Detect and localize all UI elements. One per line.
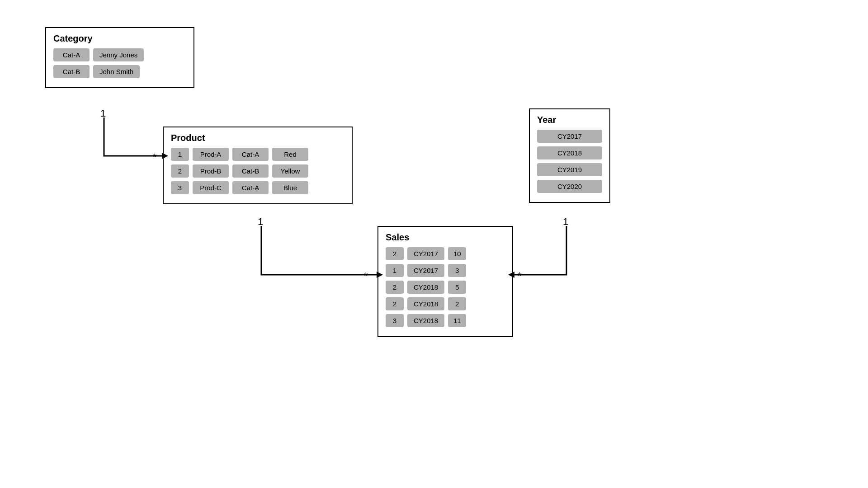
- prod-cat-b: Cat-B: [232, 164, 269, 178]
- year-sales-many-label: *: [518, 270, 522, 282]
- prod-cat-a: Cat-A: [232, 148, 269, 161]
- s2-val: 3: [448, 264, 466, 277]
- prod-id-1: 1: [171, 148, 189, 161]
- s4-year: CY2018: [407, 297, 444, 310]
- prod-blue: Blue: [272, 181, 308, 194]
- prod-b-cell: Prod-B: [193, 164, 229, 178]
- product-title: Product: [171, 133, 344, 143]
- prod-sales-one-label: 1: [258, 216, 263, 227]
- year-row-2: CY2018: [537, 146, 602, 160]
- prod-c-cell: Prod-C: [193, 181, 229, 194]
- cat-prod-many-label: *: [153, 151, 157, 163]
- sales-row-5: 3 CY2018 11: [386, 314, 505, 327]
- prod-sales-many-label: *: [364, 270, 368, 282]
- sales-row-1: 2 CY2017 10: [386, 247, 505, 260]
- prod-yellow: Yellow: [272, 164, 308, 178]
- prod-a-cell: Prod-A: [193, 148, 229, 161]
- john-smith-cell: John Smith: [93, 65, 140, 78]
- cy2020-cell: CY2020: [537, 180, 602, 193]
- cat-prod-one-label: 1: [100, 108, 106, 119]
- year-title: Year: [537, 115, 602, 125]
- s2-id: 1: [386, 264, 404, 277]
- year-row-1: CY2017: [537, 130, 602, 143]
- prod-id-3: 3: [171, 181, 189, 194]
- sales-title: Sales: [386, 232, 505, 243]
- product-row-1: 1 Prod-A Cat-A Red: [171, 148, 344, 161]
- product-box: Product 1 Prod-A Cat-A Red 2 Prod-B Cat-…: [163, 127, 353, 204]
- cy2017-cell: CY2017: [537, 130, 602, 143]
- jenny-jones-cell: Jenny Jones: [93, 48, 144, 61]
- s1-val: 10: [448, 247, 466, 260]
- category-row-2: Cat-B John Smith: [53, 65, 186, 78]
- s1-year: CY2017: [407, 247, 444, 260]
- cy2018-cell: CY2018: [537, 146, 602, 160]
- category-box: Category Cat-A Jenny Jones Cat-B John Sm…: [45, 27, 194, 88]
- s2-year: CY2017: [407, 264, 444, 277]
- cy2019-cell: CY2019: [537, 163, 602, 176]
- category-row-1: Cat-A Jenny Jones: [53, 48, 186, 61]
- s1-id: 2: [386, 247, 404, 260]
- category-title: Category: [53, 33, 186, 44]
- sales-box: Sales 2 CY2017 10 1 CY2017 3 2 CY2018 5 …: [377, 226, 513, 337]
- s5-id: 3: [386, 314, 404, 327]
- year-sales-one-label: 1: [563, 216, 568, 227]
- cat-b-cell: Cat-B: [53, 65, 90, 78]
- prod-cat-a2: Cat-A: [232, 181, 269, 194]
- prod-red: Red: [272, 148, 308, 161]
- sales-row-2: 1 CY2017 3: [386, 264, 505, 277]
- s3-year: CY2018: [407, 281, 444, 294]
- s4-id: 2: [386, 297, 404, 310]
- product-row-2: 2 Prod-B Cat-B Yellow: [171, 164, 344, 178]
- year-row-4: CY2020: [537, 180, 602, 193]
- product-row-3: 3 Prod-C Cat-A Blue: [171, 181, 344, 194]
- s3-val: 5: [448, 281, 466, 294]
- cat-a-cell: Cat-A: [53, 48, 90, 61]
- year-row-3: CY2019: [537, 163, 602, 176]
- year-box: Year CY2017 CY2018 CY2019 CY2020: [529, 108, 610, 203]
- s5-val: 11: [448, 314, 466, 327]
- s3-id: 2: [386, 281, 404, 294]
- s5-year: CY2018: [407, 314, 444, 327]
- prod-id-2: 2: [171, 164, 189, 178]
- sales-row-4: 2 CY2018 2: [386, 297, 505, 310]
- s4-val: 2: [448, 297, 466, 310]
- sales-row-3: 2 CY2018 5: [386, 281, 505, 294]
